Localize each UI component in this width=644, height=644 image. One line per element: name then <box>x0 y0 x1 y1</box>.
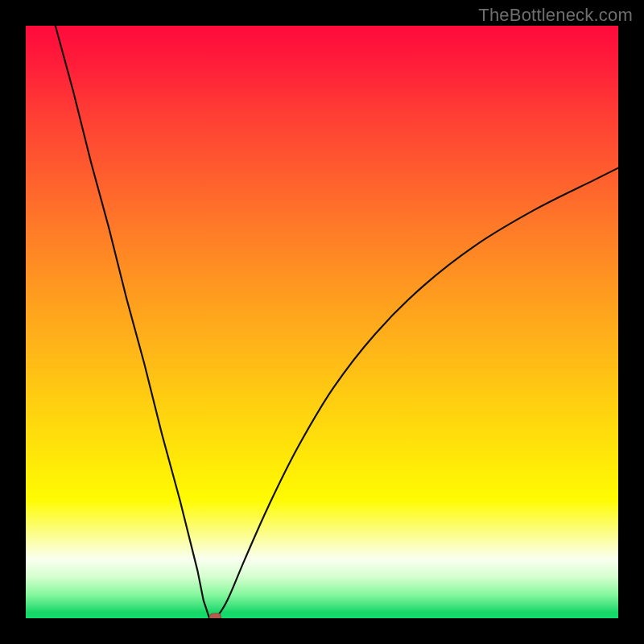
minimum-marker <box>210 613 221 618</box>
bottleneck-curve-path <box>56 26 618 618</box>
watermark-text: TheBottleneck.com <box>478 5 633 26</box>
curve-layer <box>26 26 618 618</box>
plot-area <box>26 26 618 618</box>
chart-stage: TheBottleneck.com <box>0 0 644 644</box>
